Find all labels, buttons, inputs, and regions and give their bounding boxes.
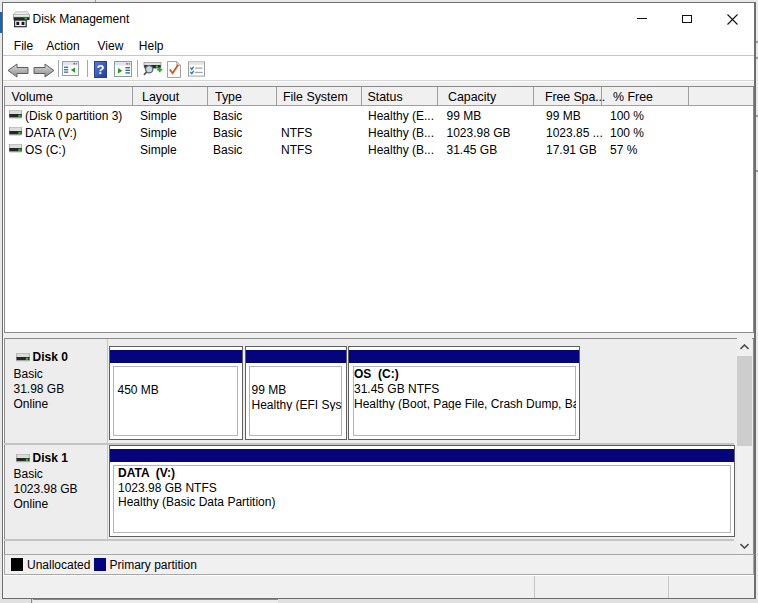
svg-text:?: ? bbox=[97, 62, 105, 77]
